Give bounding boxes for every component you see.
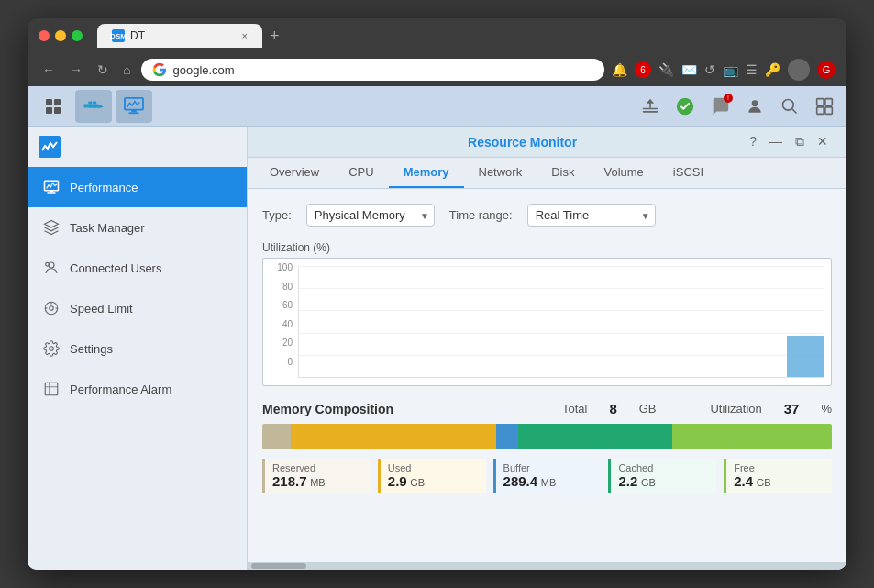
mc-header: Memory Composition Total 8 GB Utilizatio… [262,401,832,416]
legend-free-unit: GB [757,477,771,488]
tab-volume[interactable]: Volume [589,158,658,188]
svg-rect-21 [817,106,824,114]
panel-close-btn[interactable]: ✕ [813,134,832,150]
sidebar-item-speed-limit[interactable]: Speed Limit [28,288,247,328]
google-icon [152,62,167,77]
grid-line-80 [299,288,824,289]
browser-toolbar-icons: 🔔 6 🔌 ✉️ ↺ 📺 ☰ 🔑 G [612,59,835,81]
apps-icon [44,97,62,116]
tab-close-btn[interactable]: × [242,30,248,41]
tab-network[interactable]: Network [464,158,537,188]
home-button[interactable]: ⌂ [119,61,134,79]
chat-btn[interactable]: ! [705,92,735,121]
reload-button[interactable]: ↻ [94,61,112,79]
legend-free-label: Free [734,462,824,473]
green-check-btn[interactable] [670,92,700,121]
settings-label: Settings [70,342,113,356]
chart-container: 100 80 60 40 20 0 [262,258,832,386]
task-manager-icon [42,218,61,237]
filter-row: Type: Physical Memory ▼ Time range: Real… [262,204,832,227]
app-scrollbar[interactable] [248,562,846,570]
svg-rect-1 [54,99,61,105]
tab-memory[interactable]: Memory [389,158,464,188]
browser-tab-active[interactable]: DSM DT × [97,24,262,48]
min-traffic-light[interactable] [55,30,66,41]
tab-cpu[interactable]: CPU [334,158,388,188]
legend-buffer-value: 289.4 [503,473,538,489]
email-icon[interactable]: ✉️ [681,62,697,77]
panel-titlebar: Resource Monitor ? — ⧉ ✕ [248,127,846,158]
sidebar-item-connected-users[interactable]: Connected Users [28,248,247,288]
chart-label: Utilization (%) [262,241,832,254]
panel-restore-btn[interactable]: ⧉ [791,134,808,150]
type-select[interactable]: Physical Memory [306,204,435,227]
sidebar-item-performance-alarm[interactable]: Performance Alarm [28,369,247,409]
menu-icon[interactable]: ☰ [746,62,758,77]
grid-btn[interactable] [810,92,839,121]
main-panel: Resource Monitor ? — ⧉ ✕ Overview CPU Me… [248,127,846,570]
key-icon[interactable]: 🔑 [765,62,780,77]
y-label-40: 40 [267,319,293,329]
total-unit: GB [639,402,657,416]
account-icon[interactable]: G [817,61,835,79]
bell-icon[interactable]: 🔔 [612,62,627,77]
sidebar-item-task-manager[interactable]: Task Manager [28,207,247,248]
history-icon[interactable]: ↺ [704,62,715,77]
search-icon [780,97,799,116]
user-btn[interactable] [740,92,769,121]
apps-toolbar-btn[interactable] [35,90,72,123]
forward-button[interactable]: → [66,61,86,79]
tab-favicon: DSM [112,29,125,42]
back-button[interactable]: ← [39,61,59,79]
tab-disk[interactable]: Disk [537,158,589,188]
search-btn[interactable] [775,92,804,121]
connected-users-label: Connected Users [70,261,161,275]
y-label-100: 100 [267,262,293,272]
address-bar[interactable]: google.com [141,59,604,81]
panel-min-btn[interactable]: — [766,134,786,150]
new-tab-button[interactable]: + [262,27,287,46]
y-label-80: 80 [267,282,293,292]
performance-alarm-icon [42,380,61,398]
app-content: Performance Task Manager [28,127,846,570]
close-traffic-light[interactable] [39,30,50,41]
cast-icon[interactable]: 📺 [723,62,738,77]
content-area: Type: Physical Memory ▼ Time range: Real… [248,189,846,562]
total-value: 8 [609,401,616,416]
max-traffic-light[interactable] [72,30,83,41]
logo-icon [39,136,61,158]
browser-titlebar: DSM DT × + [28,18,846,53]
time-select[interactable]: Real Time [527,204,656,227]
sidebar-item-settings[interactable]: Settings [28,328,247,369]
segment-free [672,424,832,449]
legend-reserved-label: Reserved [272,462,363,473]
svg-point-17 [783,99,794,110]
time-select-wrapper[interactable]: Real Time ▼ [527,204,656,227]
type-select-wrapper[interactable]: Physical Memory ▼ [306,204,435,227]
y-label-0: 0 [267,357,293,367]
panel-question-btn[interactable]: ? [746,134,760,150]
browser-toolbar: ← → ↻ ⌂ google.com 🔔 6 🔌 ✉️ ↺ 📺 ☰ 🔑 G [28,53,846,86]
docker-icon [83,97,105,116]
monitor-toolbar-btn[interactable] [116,90,152,123]
user-icon [746,97,764,116]
upload-btn[interactable] [636,92,665,121]
user-avatar[interactable] [788,59,810,81]
performance-alarm-label: Performance Alarm [70,383,171,396]
tabs-bar: Overview CPU Memory Network Disk Volume … [248,158,846,189]
legend-used-value: 2.9 [388,473,407,489]
docker-toolbar-btn[interactable] [75,90,112,123]
scrollbar-thumb[interactable] [251,563,306,569]
extension-icon[interactable]: 🔌 [658,62,674,77]
tab-overview[interactable]: Overview [255,158,334,188]
app-toolbar-right: ! [636,92,839,121]
legend-cached-value: 2.2 [618,473,637,489]
browser-window: DSM DT × + ← → ↻ ⌂ google.com 🔔 6 🔌 ✉️ [28,18,846,570]
legend-item-buffer: Buffer 289.4 MB [493,459,602,493]
svg-line-18 [792,108,797,113]
legend-reserved-value: 218.7 [272,473,307,489]
svg-rect-25 [50,191,54,193]
tab-iscsi[interactable]: iSCSI [658,158,718,188]
chart-inner [298,266,824,378]
sidebar-item-performance[interactable]: Performance [28,167,247,207]
